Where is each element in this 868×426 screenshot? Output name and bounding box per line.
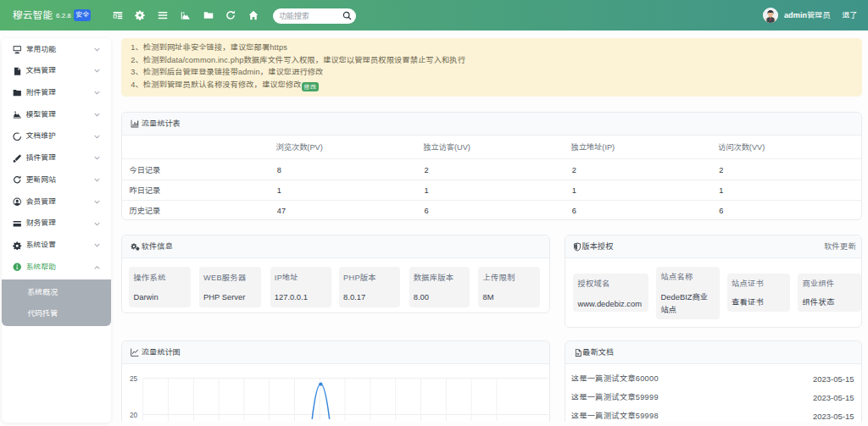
svg-text:25: 25 xyxy=(130,375,138,383)
svg-text:20: 20 xyxy=(130,412,138,419)
